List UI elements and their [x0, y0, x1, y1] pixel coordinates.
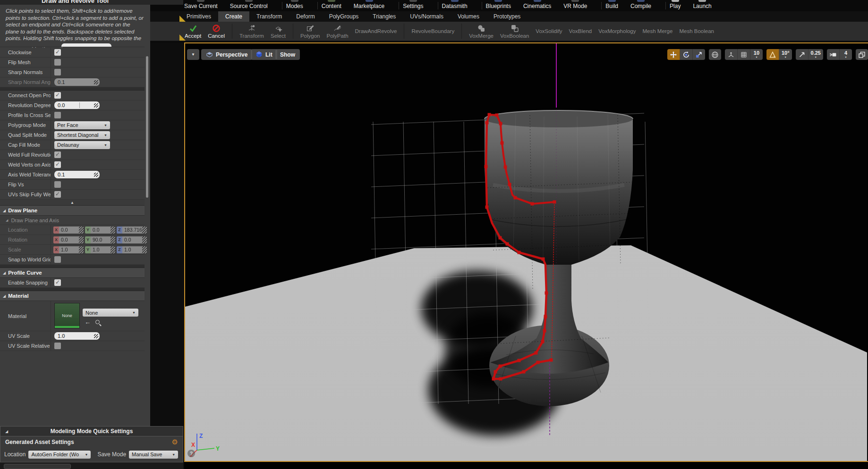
toolbar-item-source-control[interactable]: Source Control [229, 0, 269, 11]
drag-corner-icon[interactable] [79, 246, 84, 253]
toolbar-item-datasmith[interactable]: Datasmith [441, 0, 468, 11]
tool-transform[interactable]: Transform [236, 22, 267, 41]
tab-prototypes[interactable]: Prototypes [486, 11, 528, 22]
drag-corner-icon[interactable] [94, 334, 98, 338]
surface-snapping[interactable] [725, 49, 738, 60]
toolbar-item-blueprints[interactable]: Blueprints [485, 0, 512, 11]
tool-drawandrevolve[interactable]: DrawAndRevolve [352, 22, 400, 41]
grid-snap-value[interactable]: 10▾ [750, 49, 763, 60]
drag-corner-icon[interactable] [94, 103, 98, 108]
toolbar-item-marketplace[interactable]: Marketplace [353, 0, 385, 11]
vector-z-field-scale[interactable]: Z1.0 [117, 246, 147, 253]
tab-triangles[interactable]: Triangles [366, 11, 403, 22]
number-field-axis-weld-tolerance[interactable]: 0.1 [54, 171, 100, 178]
scale-snap-value[interactable]: 0.25▾ [808, 49, 823, 60]
tool-cancel[interactable]: Cancel [204, 22, 228, 41]
gear-icon[interactable]: ⚙ [172, 438, 178, 446]
grid-snapping[interactable] [738, 49, 750, 60]
checkbox-snap-to-world-grid[interactable] [54, 256, 61, 263]
perspective-button[interactable]: Perspective [201, 49, 252, 60]
viewport-3d[interactable]: Z Y X ? ▼ Perspective Lit Show 10▾10°▾0.… [184, 42, 868, 462]
toolbar-item-play[interactable]: Play [669, 0, 681, 11]
browse-magnifier-icon[interactable] [95, 320, 100, 324]
vector-y-field-scale[interactable]: Y1.0 [85, 246, 115, 253]
rotate-tool[interactable] [680, 49, 693, 60]
dropdown-cap-fill-mode[interactable]: Delaunay▼ [54, 141, 110, 149]
checkbox-profile-is-cross-secti[interactable] [54, 112, 61, 118]
tool-polypath[interactable]: PolyPath [323, 22, 352, 41]
checkbox-weld-verts-on-axis[interactable] [54, 161, 61, 168]
toolbar-item-launch[interactable]: Launch [692, 0, 712, 11]
checkbox-clockwise[interactable] [54, 49, 61, 56]
checkbox-enable-snapping[interactable] [54, 279, 61, 286]
toolbar-item-modes[interactable]: Modes [285, 0, 304, 11]
checkbox-uvs-skip-fully-welde[interactable] [54, 191, 61, 198]
tool-voxblend[interactable]: VoxBlend [566, 22, 596, 41]
slider-pill[interactable] [61, 43, 111, 47]
drag-corner-icon[interactable] [111, 236, 115, 243]
tool-voxmerge[interactable]: VoxMerge [466, 22, 497, 41]
camera-speed-value[interactable]: 4▾ [840, 49, 852, 60]
show-button[interactable]: Show [275, 49, 300, 60]
material-thumbnail[interactable]: None [54, 303, 80, 328]
toolbar-item-cinematics[interactable]: Cinematics [522, 0, 552, 11]
vector-z-field-location[interactable]: Z183.716 [117, 226, 147, 234]
drag-corner-icon[interactable] [94, 80, 98, 84]
tab-create[interactable]: Create [218, 11, 249, 22]
tab-uvs-normals[interactable]: UVs/Normals [403, 11, 451, 22]
tool-voxmorphology[interactable]: VoxMorphology [595, 22, 639, 41]
world-coordinate-system[interactable] [709, 49, 721, 60]
toolbar-item-settings[interactable]: Settings [402, 0, 424, 11]
checkbox-uv-scale-relative-to[interactable] [54, 343, 61, 349]
panel-scrollbar[interactable] [145, 45, 149, 422]
tool-polygon[interactable]: Polygon [297, 22, 323, 41]
drag-corner-icon[interactable] [79, 226, 84, 234]
tool-panel-header[interactable]: Draw and Revolve Tool [0, 0, 183, 5]
tab-deform[interactable]: Deform [289, 11, 322, 22]
number-field-revolution-degrees-o[interactable]: 0.0 [54, 101, 100, 109]
section-header-profile-curve[interactable]: ◢Profile Curve [0, 268, 145, 278]
dropdown-polygroup-mode[interactable]: Per Face▼ [54, 121, 110, 129]
dropdown-quad-split-mode[interactable]: Shortest Diagonal▼ [54, 131, 110, 139]
toolbar-item-vr-mode[interactable]: VR Mode [562, 0, 588, 11]
material-dropdown[interactable]: None▼ [83, 309, 138, 317]
tool-revolveboundary[interactable]: RevolveBoundary [408, 22, 458, 41]
lit-button[interactable]: Lit [251, 49, 277, 60]
tool-mesh-merge[interactable]: Mesh Merge [639, 22, 676, 41]
vector-x-field-scale[interactable]: X1.0 [53, 246, 84, 253]
asset-location-dropdown[interactable]: AutoGen Folder (Wo ▼ [28, 451, 91, 459]
toolbar-item-content[interactable]: Content [321, 0, 342, 11]
save-mode-dropdown[interactable]: Manual Save ▼ [129, 451, 178, 459]
tab-transform[interactable]: Transform [249, 11, 289, 22]
tool-select[interactable]: Select [267, 22, 289, 41]
viewport-options-dropdown[interactable]: ▼ [187, 49, 199, 60]
tab-volumes[interactable]: Volumes [451, 11, 486, 22]
scale-tool[interactable] [693, 49, 705, 60]
vector-x-field-rotation[interactable]: X0.0 [53, 236, 84, 243]
section-header-draw-plane[interactable]: ◢Draw Plane [0, 206, 145, 216]
rotation-snapping[interactable] [766, 49, 779, 60]
use-selected-arrow-icon[interactable]: ← [85, 318, 91, 326]
checkbox-weld-full-revolution[interactable] [54, 151, 61, 158]
section-header-material[interactable]: ◢Material [0, 291, 145, 301]
toolbar-item-save-current[interactable]: Save Current [183, 0, 219, 11]
drag-corner-icon[interactable] [111, 226, 115, 234]
drag-corner-icon[interactable] [94, 173, 98, 177]
checkbox-flip-mesh[interactable] [54, 59, 61, 66]
quick-settings-header[interactable]: ◢ Modeling Mode Quick Settings [0, 427, 183, 436]
move-tool[interactable] [667, 49, 680, 60]
drag-corner-icon[interactable] [79, 236, 84, 243]
help-icon[interactable]: ? [187, 450, 195, 457]
checkbox-sharp-normals[interactable] [54, 69, 61, 75]
maximize-viewport[interactable] [856, 49, 868, 60]
tool-mesh-boolean[interactable]: Mesh Boolean [676, 22, 717, 41]
collapse-advanced-button[interactable]: ▲ [0, 200, 145, 206]
checkbox-connect-open-profile[interactable] [54, 92, 61, 99]
checkbox-flip-vs[interactable] [54, 181, 61, 188]
subsection-draw-plane-and-axis[interactable]: ◢Draw Plane and Axis [0, 216, 145, 225]
toolbar-item-compile[interactable]: Compile [630, 0, 652, 11]
number-field-uv-scale[interactable]: 1.0 [54, 332, 100, 340]
tool-voxsolidify[interactable]: VoxSolidify [532, 22, 565, 41]
tool-voxboolean[interactable]: VoxBoolean [497, 22, 532, 41]
slider-handle[interactable] [79, 102, 80, 108]
